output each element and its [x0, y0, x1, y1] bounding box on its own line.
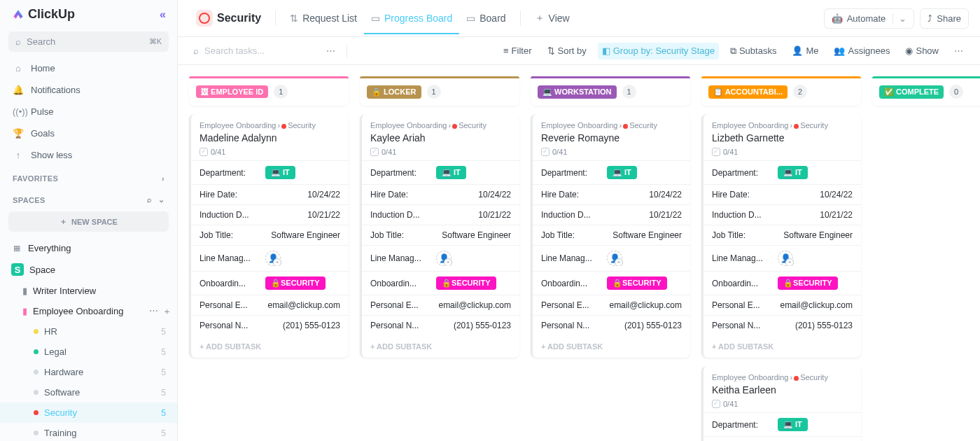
main: Security ⇅Request List▭Progress Board▭Bo… [178, 0, 980, 441]
nav-goals[interactable]: 🏆Goals [0, 122, 177, 144]
task-card[interactable]: Employee Onboarding›Security Reverie Rom… [531, 114, 690, 358]
column-header[interactable]: 🔒 LOCKER1 [360, 76, 519, 106]
automate-button[interactable]: 🤖 Automate ⌄ [824, 8, 915, 29]
chevron-down-icon[interactable]: ⌄ [158, 195, 164, 204]
logo-text: ClickUp [28, 7, 75, 22]
list-title[interactable]: Security [189, 6, 268, 31]
list-dot-icon [34, 329, 38, 334]
column-header[interactable]: 💻 WORKSTATION1 [531, 76, 690, 106]
list-hardware[interactable]: Hardware5 [0, 362, 177, 382]
nav-home[interactable]: ⌂Home [0, 57, 177, 79]
checkbox-icon [541, 148, 550, 156]
logo[interactable]: ClickUp [11, 7, 75, 22]
board-column: 🔒 LOCKER1 Employee Onboarding›Security K… [360, 76, 519, 358]
list-security[interactable]: Security5 [0, 402, 177, 423]
nav-pulse[interactable]: ((•))Pulse [0, 101, 177, 122]
list-hr[interactable]: HR5 [0, 321, 177, 342]
favorites-header[interactable]: FAVORITES › [0, 166, 177, 187]
filter-me[interactable]: 👤Me [788, 43, 822, 59]
plus-icon: ＋ [59, 216, 67, 227]
onboarding-badge: 🔒SECURITY [607, 276, 667, 290]
filter-icon: 👥 [834, 46, 845, 56]
list-software[interactable]: Software5 [0, 382, 177, 402]
new-space-button[interactable]: ＋ NEW SPACE [8, 211, 169, 232]
board-column: ✅ COMPLETE0 [872, 76, 980, 106]
folder-employee-onboarding[interactable]: ▮Employee Onboarding⋯＋ [0, 301, 177, 321]
column-count: 1 [427, 85, 441, 99]
board-column: 🖼 EMPLOYEE ID1 Employee Onboarding›Secur… [189, 76, 349, 358]
add-view-button[interactable]: ＋ View [528, 8, 577, 29]
nav-notifications[interactable]: 🔔Notifications [0, 79, 177, 101]
view-tab-request-list[interactable]: ⇅Request List [283, 8, 364, 28]
filterbar: ⌕ Search tasks... ⋯ ≡Filter⇅Sort by◧Grou… [178, 37, 980, 65]
nav-icon: 🏆 [13, 128, 24, 139]
plus-icon[interactable]: ＋ [162, 305, 172, 318]
column-header[interactable]: 📋 ACCOUNTABI...2 [701, 76, 861, 106]
department-badge: 💻 IT [265, 166, 295, 179]
add-subtask-button[interactable]: + ADD SUBTASK [191, 335, 349, 358]
view-more-icon[interactable]: ⋯ [948, 46, 969, 56]
assign-manager-icon[interactable]: 👤 [436, 251, 451, 266]
card-title: Lizbeth Garnette [712, 132, 853, 144]
nav-icon: ↑ [13, 150, 24, 160]
search-shortcut: ⌘K [149, 37, 162, 46]
filter-group-by[interactable]: ◧Group by: Security Stage [598, 43, 719, 59]
more-icon[interactable]: ⋯ [149, 305, 158, 318]
view-icon: ▭ [466, 13, 475, 24]
filter-subtasks[interactable]: ⧉Subtasks [726, 43, 780, 59]
nav-show-less[interactable]: ↑Show less [0, 144, 177, 166]
column-header[interactable]: 🖼 EMPLOYEE ID1 [189, 76, 349, 106]
column-header[interactable]: ✅ COMPLETE0 [872, 76, 980, 106]
assign-manager-icon[interactable]: 👤 [607, 251, 622, 266]
plus-icon: ＋ [535, 12, 545, 24]
search-tasks-input[interactable]: ⌕ Search tasks... [189, 41, 315, 60]
assign-manager-icon[interactable]: 👤 [778, 251, 793, 266]
card-breadcrumb: Employee Onboarding›Security [712, 373, 853, 382]
add-subtask-button[interactable]: + ADD SUBTASK [533, 335, 690, 358]
list-training[interactable]: Training5 [0, 423, 177, 441]
task-card[interactable]: Employee Onboarding›Security Kaylee Aria… [360, 114, 519, 358]
card-title: Reverie Romayne [541, 132, 682, 144]
nav-icon: 🔔 [13, 85, 24, 95]
filter-sort-by[interactable]: ⇅Sort by [543, 43, 591, 59]
filter-show[interactable]: ◉Show [901, 43, 943, 59]
more-icon[interactable]: ⋯ [321, 46, 341, 56]
tree-everything[interactable]: ▦ Everything [0, 237, 177, 258]
search-spaces-icon[interactable]: ⌕ [147, 195, 152, 204]
department-badge: 💻 IT [607, 166, 637, 179]
nav-icon: ((•)) [13, 106, 24, 117]
chevron-down-icon[interactable]: ⌄ [892, 13, 906, 24]
task-card[interactable]: Employee Onboarding›Security Madeline Ad… [189, 114, 349, 358]
sidebar-search[interactable]: ⌕ Search ⌘K [8, 31, 169, 52]
collapse-sidebar-icon[interactable]: « [160, 8, 166, 21]
card-breadcrumb: Employee Onboarding›Security [541, 121, 682, 130]
card-progress: 0/41 [541, 148, 682, 156]
topbar: Security ⇅Request List▭Progress Board▭Bo… [178, 0, 980, 37]
onboarding-badge: 🔒SECURITY [436, 276, 496, 290]
spaces-header[interactable]: SPACES ⌕ ⌄ [0, 187, 177, 209]
tree-space[interactable]: S Space [0, 258, 177, 281]
view-tab-board[interactable]: ▭Board [459, 8, 512, 28]
column-count: 0 [949, 85, 963, 99]
list-count: 5 [161, 388, 166, 398]
department-badge: 💻 IT [778, 418, 808, 431]
share-button[interactable]: ⤴ Share [920, 8, 969, 29]
card-breadcrumb: Employee Onboarding›Security [370, 121, 511, 130]
board-column: 💻 WORKSTATION1 Employee Onboarding›Secur… [531, 76, 690, 358]
filter-icon: ⇅ [547, 46, 555, 56]
onboarding-badge: 🔒SECURITY [265, 276, 326, 290]
assign-manager-icon[interactable]: 👤 [265, 251, 281, 266]
folder-writer-interview[interactable]: ▮Writer Interview [0, 281, 177, 301]
task-card[interactable]: Employee Onboarding›Security Keitha Earl… [701, 366, 861, 441]
column-count: 2 [793, 85, 807, 99]
add-subtask-button[interactable]: + ADD SUBTASK [362, 335, 519, 358]
task-card[interactable]: Employee Onboarding›Security Lizbeth Gar… [701, 114, 861, 358]
view-tab-progress-board[interactable]: ▭Progress Board [364, 8, 459, 28]
share-icon: ⤴ [927, 13, 932, 24]
filter-assignees[interactable]: 👥Assignees [830, 43, 894, 59]
add-subtask-button[interactable]: + ADD SUBTASK [704, 335, 861, 358]
department-badge: 💻 IT [436, 166, 466, 179]
search-placeholder: Search [27, 36, 55, 47]
list-legal[interactable]: Legal5 [0, 342, 177, 362]
filter-filter[interactable]: ≡Filter [499, 43, 536, 59]
